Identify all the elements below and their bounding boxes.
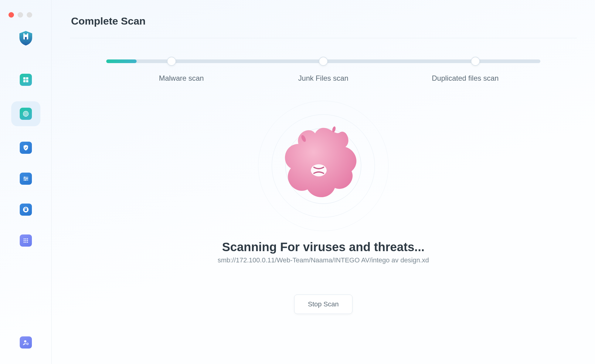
app-logo-icon <box>18 30 34 46</box>
svg-rect-7 <box>26 80 28 82</box>
svg-rect-12 <box>23 178 28 179</box>
sidebar-item-settings[interactable] <box>16 169 35 188</box>
sidebar-item-apps[interactable] <box>16 231 35 250</box>
sidebar-item-protection[interactable] <box>16 138 35 157</box>
svg-point-16 <box>25 179 26 180</box>
scan-stepper: Malware scan Junk Files scan Duplicated … <box>106 59 540 83</box>
apps-grid-icon <box>20 234 32 247</box>
page-title: Complete Scan <box>71 15 577 27</box>
target-icon <box>20 108 32 120</box>
svg-rect-11 <box>23 177 28 178</box>
divider <box>70 38 577 38</box>
svg-rect-5 <box>26 77 28 79</box>
user-cog-icon <box>20 336 32 349</box>
svg-rect-1 <box>23 33 25 35</box>
svg-point-21 <box>27 238 28 240</box>
stepper-label-1: Malware scan <box>110 74 252 83</box>
sidebar-item-dashboard[interactable] <box>16 70 35 89</box>
svg-point-25 <box>23 242 25 243</box>
stepper-dot-2 <box>319 57 328 66</box>
svg-point-23 <box>25 240 26 241</box>
svg-point-15 <box>26 178 27 179</box>
scan-status-title: Scanning For viruses and threats... <box>70 240 577 254</box>
sidebar-item-account[interactable] <box>16 333 35 352</box>
svg-point-24 <box>27 240 28 241</box>
stepper-progress <box>106 59 137 63</box>
svg-rect-18 <box>25 209 27 211</box>
stop-scan-button[interactable]: Stop Scan <box>294 295 352 314</box>
svg-point-28 <box>24 340 26 342</box>
stepper-track <box>106 59 540 63</box>
svg-point-14 <box>24 177 25 178</box>
svg-point-27 <box>27 242 28 243</box>
svg-point-20 <box>25 238 26 240</box>
scan-radar <box>258 101 389 231</box>
svg-point-26 <box>25 242 26 243</box>
svg-rect-6 <box>23 80 25 82</box>
shield-check-icon <box>20 142 32 154</box>
svg-rect-3 <box>25 37 27 39</box>
stepper-dot-1 <box>167 57 176 66</box>
stepper-label-3: Duplicated files scan <box>394 74 536 83</box>
svg-rect-4 <box>23 77 25 79</box>
svg-point-10 <box>25 113 26 114</box>
svg-point-19 <box>23 238 25 240</box>
svg-rect-2 <box>27 33 28 35</box>
scan-current-path: smb://172.100.0.11/Web-Team/Naama/INTEGO… <box>70 256 577 264</box>
main-content: Complete Scan Malware scan Junk Files sc… <box>52 0 595 364</box>
sliders-icon <box>20 173 32 185</box>
sidebar-item-scan[interactable] <box>11 101 40 126</box>
stepper-dot-3 <box>471 57 480 66</box>
stepper-label-2: Junk Files scan <box>253 74 394 83</box>
grid-icon <box>20 74 32 86</box>
virus-mascot-icon <box>282 122 364 207</box>
sidebar <box>0 0 52 364</box>
svg-point-30 <box>311 164 327 176</box>
svg-point-22 <box>23 240 25 241</box>
lock-circle-icon <box>20 204 32 216</box>
sidebar-item-privacy[interactable] <box>16 200 35 219</box>
